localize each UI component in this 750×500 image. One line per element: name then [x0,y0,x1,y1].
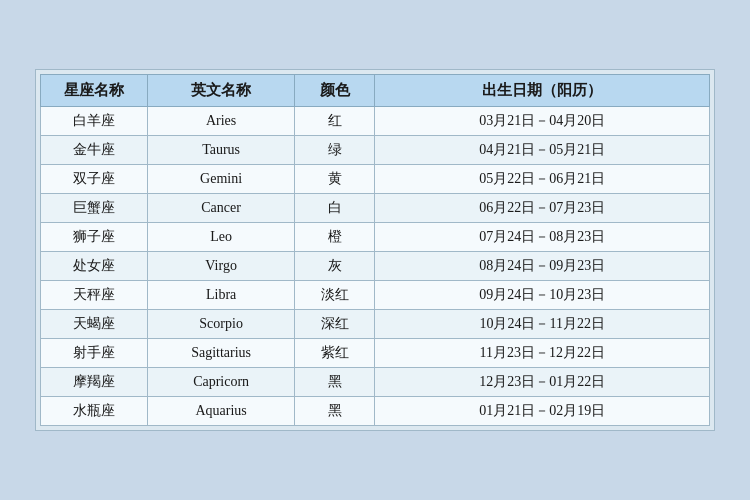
cell-date: 09月24日－10月23日 [375,281,710,310]
cell-date: 03月21日－04月20日 [375,107,710,136]
cell-chinese: 水瓶座 [41,397,148,426]
cell-date: 04月21日－05月21日 [375,136,710,165]
cell-chinese: 巨蟹座 [41,194,148,223]
cell-color: 黄 [295,165,375,194]
cell-color: 灰 [295,252,375,281]
cell-english: Aries [148,107,295,136]
cell-color: 黑 [295,368,375,397]
cell-chinese: 摩羯座 [41,368,148,397]
zodiac-table-container: 星座名称 英文名称 颜色 出生日期（阳历） 白羊座Aries红03月21日－04… [35,69,715,431]
cell-chinese: 处女座 [41,252,148,281]
cell-date: 08月24日－09月23日 [375,252,710,281]
cell-date: 12月23日－01月22日 [375,368,710,397]
header-english: 英文名称 [148,75,295,107]
cell-chinese: 白羊座 [41,107,148,136]
table-row: 白羊座Aries红03月21日－04月20日 [41,107,710,136]
table-row: 天蝎座Scorpio深红10月24日－11月22日 [41,310,710,339]
cell-date: 10月24日－11月22日 [375,310,710,339]
cell-chinese: 天秤座 [41,281,148,310]
table-row: 金牛座Taurus绿04月21日－05月21日 [41,136,710,165]
cell-english: Aquarius [148,397,295,426]
table-row: 双子座Gemini黄05月22日－06月21日 [41,165,710,194]
table-row: 天秤座Libra淡红09月24日－10月23日 [41,281,710,310]
cell-english: Gemini [148,165,295,194]
cell-english: Scorpio [148,310,295,339]
table-row: 摩羯座Capricorn黑12月23日－01月22日 [41,368,710,397]
cell-color: 黑 [295,397,375,426]
cell-chinese: 射手座 [41,339,148,368]
cell-date: 06月22日－07月23日 [375,194,710,223]
header-chinese: 星座名称 [41,75,148,107]
cell-english: Virgo [148,252,295,281]
table-header-row: 星座名称 英文名称 颜色 出生日期（阳历） [41,75,710,107]
cell-color: 白 [295,194,375,223]
cell-chinese: 狮子座 [41,223,148,252]
header-date: 出生日期（阳历） [375,75,710,107]
table-row: 射手座Sagittarius紫红11月23日－12月22日 [41,339,710,368]
header-color: 颜色 [295,75,375,107]
cell-english: Libra [148,281,295,310]
cell-chinese: 天蝎座 [41,310,148,339]
cell-date: 05月22日－06月21日 [375,165,710,194]
cell-date: 07月24日－08月23日 [375,223,710,252]
cell-chinese: 金牛座 [41,136,148,165]
cell-english: Leo [148,223,295,252]
cell-date: 01月21日－02月19日 [375,397,710,426]
cell-color: 橙 [295,223,375,252]
cell-date: 11月23日－12月22日 [375,339,710,368]
cell-english: Taurus [148,136,295,165]
cell-english: Cancer [148,194,295,223]
cell-color: 红 [295,107,375,136]
cell-color: 深红 [295,310,375,339]
cell-chinese: 双子座 [41,165,148,194]
cell-english: Capricorn [148,368,295,397]
table-row: 水瓶座Aquarius黑01月21日－02月19日 [41,397,710,426]
cell-color: 紫红 [295,339,375,368]
zodiac-table: 星座名称 英文名称 颜色 出生日期（阳历） 白羊座Aries红03月21日－04… [40,74,710,426]
table-row: 巨蟹座Cancer白06月22日－07月23日 [41,194,710,223]
table-row: 处女座Virgo灰08月24日－09月23日 [41,252,710,281]
cell-color: 淡红 [295,281,375,310]
table-row: 狮子座Leo橙07月24日－08月23日 [41,223,710,252]
cell-color: 绿 [295,136,375,165]
cell-english: Sagittarius [148,339,295,368]
